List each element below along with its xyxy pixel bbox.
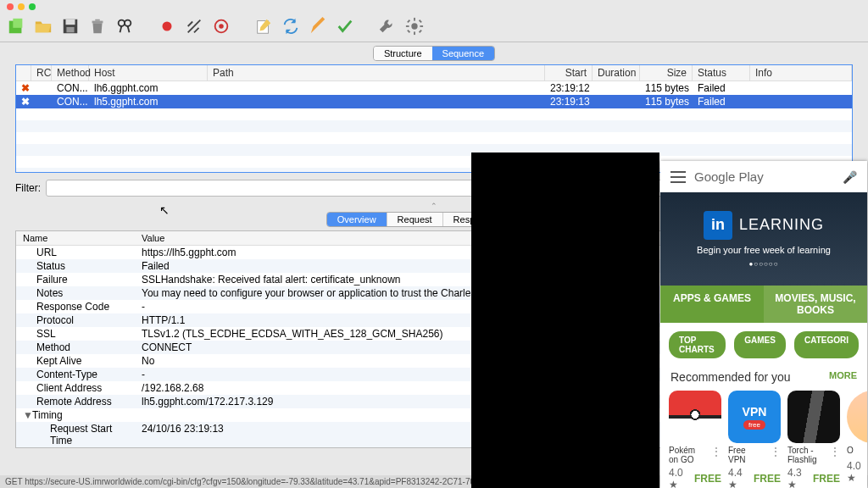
app-thumb-icon [787, 391, 840, 443]
svg-point-13 [219, 24, 224, 29]
chip-games[interactable]: GAMES [734, 331, 786, 358]
app-card[interactable]: VPNfree FreeVPN⋮ 4.4 ★FREE [728, 391, 781, 488]
throttle-icon[interactable] [185, 17, 203, 38]
col-header-path[interactable]: Path [208, 65, 545, 80]
tools-icon[interactable] [378, 17, 397, 38]
window-controls[interactable] [0, 0, 868, 14]
trash-icon[interactable] [88, 17, 107, 38]
device-frame [471, 152, 659, 488]
svg-rect-3 [66, 19, 75, 25]
hamburger-icon[interactable] [670, 171, 686, 183]
col-header-duration[interactable]: Duration [593, 65, 640, 80]
svg-rect-4 [66, 27, 74, 32]
new-session-icon[interactable] [7, 17, 25, 38]
table-row [16, 108, 852, 120]
carousel-dots[interactable]: ●○○○○○ [749, 260, 779, 268]
col-header-host[interactable]: Host [89, 65, 208, 80]
table-row [16, 144, 852, 156]
play-title: Google Play [694, 169, 834, 184]
failed-icon: ✖ [21, 82, 30, 94]
col-header-start[interactable]: Start [545, 65, 593, 80]
card-menu-icon[interactable]: ⋮ [711, 446, 721, 458]
tab-overview[interactable]: Overview [327, 213, 387, 226]
app-name: FreeVPN [728, 446, 746, 464]
app-thumb-icon: VPNfree [728, 391, 781, 443]
table-row [16, 132, 852, 144]
app-card[interactable]: O⋮ 4.0 ★FREE [847, 391, 867, 488]
svg-line-10 [128, 26, 130, 32]
record-icon[interactable] [158, 17, 176, 38]
card-menu-icon[interactable]: ⋮ [830, 446, 840, 458]
tab-apps-games[interactable]: APPS & GAMES [660, 286, 764, 323]
tab-movies-music[interactable]: MOVIES, MUSIC, BOOKS [764, 286, 867, 323]
svg-rect-19 [420, 25, 423, 27]
filter-label: Filter: [15, 182, 41, 194]
svg-point-11 [163, 22, 172, 31]
svg-rect-6 [95, 19, 100, 21]
app-thumb-icon [669, 391, 721, 443]
promo-banner[interactable]: in LEARNING Begin your free week of lear… [660, 192, 867, 286]
compose-icon[interactable] [254, 17, 273, 38]
banner-subtitle: Begin your free week of learning [697, 245, 831, 255]
tab-structure[interactable]: Structure [374, 47, 432, 60]
col-header-rc[interactable]: RC [31, 65, 52, 80]
svg-line-9 [120, 26, 122, 32]
svg-rect-21 [419, 30, 422, 33]
card-menu-icon[interactable]: ⋮ [771, 446, 781, 458]
main-toolbar [0, 14, 868, 42]
col-header-info[interactable]: Info [750, 65, 852, 80]
tab-request[interactable]: Request [387, 213, 442, 226]
app-name: Torch -Flashlig [787, 446, 816, 464]
mic-icon[interactable]: 🎤 [843, 170, 857, 184]
more-link[interactable]: MORE [829, 370, 857, 384]
table-row [16, 120, 852, 132]
repeat-icon[interactable] [281, 17, 300, 38]
play-category-tabs: APPS & GAMES MOVIES, MUSIC, BOOKS [660, 286, 867, 323]
kv-head-name[interactable]: Name [16, 231, 135, 245]
svg-rect-5 [92, 21, 103, 24]
chip-row: TOP CHARTS GAMES CATEGORI [660, 323, 867, 367]
grid-header: RC Method Host Path Start Duration Size … [16, 65, 852, 81]
svg-rect-23 [407, 30, 410, 33]
app-name: Pokémon GO [669, 446, 695, 464]
svg-rect-17 [414, 31, 415, 35]
view-mode-tabs: Structure Sequence [0, 42, 868, 64]
col-header-size[interactable]: Size [640, 65, 693, 80]
table-row[interactable]: ✖ CON... lh5.ggpht.com 23:19:13 115 byte… [16, 95, 852, 108]
svg-point-15 [411, 23, 417, 29]
settings-icon[interactable] [405, 17, 424, 38]
svg-rect-22 [419, 19, 422, 23]
google-play-screen: Google Play 🎤 in LEARNING Begin your fre… [660, 161, 867, 488]
svg-point-7 [119, 20, 125, 26]
find-icon[interactable] [115, 17, 134, 38]
table-row[interactable]: ✖ CON... lh6.ggpht.com 23:19:12 115 byte… [16, 81, 852, 95]
recommended-heading: Recommended for you [670, 370, 791, 384]
tab-sequence[interactable]: Sequence [432, 47, 495, 60]
edit-icon[interactable] [309, 17, 327, 38]
col-header-method[interactable]: Method [52, 65, 89, 80]
app-thumb-icon [847, 391, 867, 443]
col-header-status[interactable]: Status [693, 65, 750, 80]
save-icon[interactable] [61, 17, 80, 38]
svg-rect-20 [407, 19, 410, 23]
app-name: O [847, 446, 854, 455]
chip-top-charts[interactable]: TOP CHARTS [669, 331, 726, 358]
banner-brand: LEARNING [739, 216, 824, 234]
svg-rect-18 [406, 25, 409, 27]
app-card[interactable]: Torch -Flashlig⋮ 4.3 ★FREE [787, 391, 840, 488]
request-grid[interactable]: RC Method Host Path Start Duration Size … [15, 64, 853, 173]
chip-categories[interactable]: CATEGORI [794, 331, 859, 358]
svg-rect-16 [414, 18, 415, 21]
open-folder-icon[interactable] [34, 17, 53, 38]
svg-point-8 [125, 20, 131, 26]
breakpoints-icon[interactable] [212, 17, 231, 38]
validate-icon[interactable] [336, 17, 354, 38]
svg-rect-1 [13, 19, 22, 28]
app-card[interactable]: Pokémon GO⋮ 4.0 ★FREE [669, 391, 721, 488]
failed-icon: ✖ [21, 96, 30, 108]
linkedin-logo-icon: in [704, 211, 732, 240]
